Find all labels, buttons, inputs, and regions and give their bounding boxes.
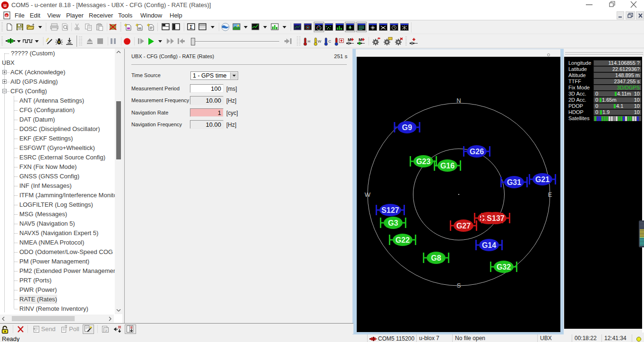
svg-text:M: M [348,37,352,42]
svg-text:W: W [318,39,321,44]
svg-text:01: 01 [138,27,142,30]
svg-text:G26: G26 [470,148,484,156]
svg-text:G16: G16 [440,162,455,170]
svg-text:E: E [548,191,552,198]
svg-text:G22: G22 [395,236,410,244]
svg-text:N: N [456,97,461,104]
svg-text:W: W [365,191,371,198]
svg-text:G3: G3 [388,219,398,227]
svg-text:u: u [6,14,8,17]
svg-text:♪: ♪ [105,329,107,332]
svg-text:M: M [359,37,362,42]
svg-text:S137: S137 [487,214,504,222]
svg-text:G21: G21 [535,175,550,184]
svg-text:S: S [457,282,461,289]
svg-text:G8: G8 [431,254,441,262]
svg-text:G31: G31 [507,178,521,186]
svg-text:S127: S127 [381,206,399,214]
svg-text:C: C [328,39,331,44]
svg-text:G27: G27 [456,222,471,230]
svg-text:H: H [308,39,310,44]
svg-text:G9: G9 [402,123,412,132]
svg-text:G14: G14 [482,241,496,249]
svg-text:Σ: Σ [189,25,192,30]
svg-text:u: u [3,2,7,8]
svg-text:G23: G23 [416,158,430,166]
svg-text:G32: G32 [497,263,511,271]
